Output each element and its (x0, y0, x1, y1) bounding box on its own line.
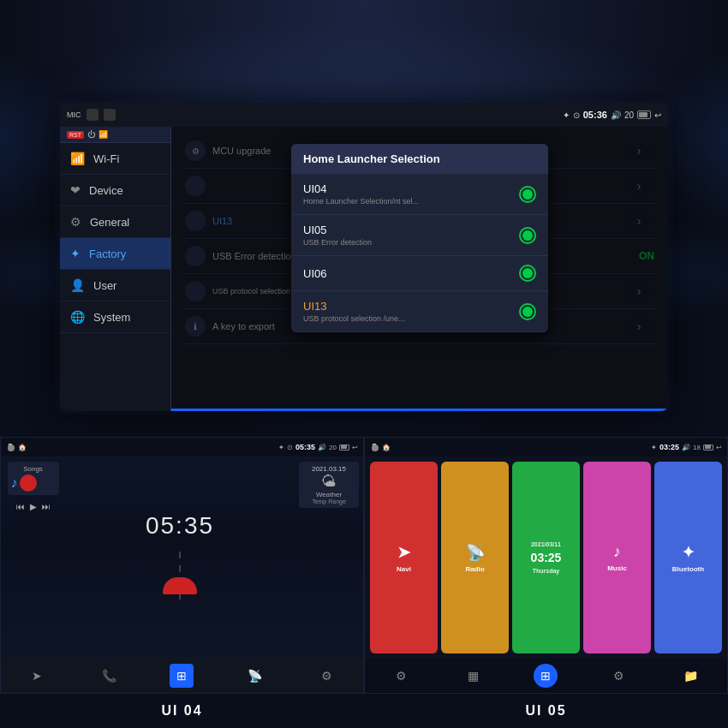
nav-grid-icon[interactable]: ⊞ (170, 664, 194, 688)
clock-tile[interactable]: 2021/03/11 03:25 Thursday (512, 462, 580, 653)
car-body (163, 577, 197, 594)
ui04-center-panel: 05:35 (65, 456, 295, 659)
sidebar-wifi-label: Wi-Fi (93, 152, 119, 165)
next-icon[interactable]: ⏭ (42, 502, 51, 511)
ui04-toggle-inner (522, 189, 533, 200)
ui05-status-bar: 🔋 🏠 ✦ 03:25 🔊 18 ↩ (365, 438, 727, 456)
weather-box: 2021.03.15 🌤 Weather Temp Range (299, 462, 359, 508)
ui05-nav-folder-icon[interactable]: 📁 (679, 664, 703, 688)
ui04-battery-val: 20 (329, 444, 337, 451)
sidebar-device-label: Device (89, 184, 123, 197)
ui04-left-panel: Songs ♪ ⏮ ▶ ⏭ (1, 456, 65, 659)
ui05-screen: 🔋 🏠 ✦ 03:25 🔊 18 ↩ ➤ Navi (364, 437, 728, 694)
ui05-vol-icon: 🔊 (682, 444, 690, 451)
ui05-nav-settings-icon[interactable]: ⚙ (606, 664, 630, 688)
radio-tile[interactable]: 📡 Radio (441, 462, 509, 653)
sidebar-item-device[interactable]: ❤ Device (60, 175, 170, 206)
play-icon[interactable]: ▶ (30, 502, 37, 511)
bt-tile-label: Bluetooth (672, 565, 704, 573)
ui13-toggle[interactable] (519, 303, 536, 320)
modal-item-ui05-content: UI05 USB Error detection (303, 224, 372, 247)
ui04-screen: 🔋 🏠 ✦ ⊙ 05:35 🔊 20 ↩ (0, 437, 364, 694)
modal-overlay[interactable]: Home Launcher Selection UI04 Home Launch… (171, 127, 668, 411)
rst-badge: RST (67, 131, 84, 139)
modal-ui05-sub: USB Error detection (303, 238, 372, 247)
prev-icon[interactable]: ⏮ (16, 502, 25, 511)
modal-item-ui04-content: UI04 Home Launcher Selection/nt sel... (303, 182, 419, 206)
sidebar-item-wifi[interactable]: 📶 Wi-Fi (60, 143, 170, 175)
ui04-content: Songs ♪ ⏮ ▶ ⏭ 05:35 (1, 456, 363, 659)
user-icon: 👤 (70, 278, 85, 292)
sidebar-item-general[interactable]: ⚙ General (60, 206, 170, 238)
ui05-bat-bar (703, 445, 713, 451)
mic-label: MIC (67, 110, 81, 119)
ui04-time: 05:35 (295, 443, 315, 451)
ui05-nav-gear-icon[interactable]: ⚙ (389, 664, 413, 688)
main-screen: MIC ✦ ⊙ 05:36 🔊 20 ↩ RST ⏻ 📶 📶 (60, 103, 668, 411)
ui06-toggle[interactable] (519, 265, 536, 282)
ui04-label: UI 04 (0, 694, 364, 728)
modal-item-ui05[interactable]: UI05 USB Error detection (291, 215, 548, 256)
sidebar-item-system[interactable]: 🌐 System (60, 301, 170, 333)
nav-gear-icon[interactable]: ⚙ (315, 664, 339, 688)
modal-ui05-label: UI05 (303, 224, 372, 236)
system-icon: 🌐 (70, 310, 85, 324)
sidebar-rst: RST ⏻ 📶 (60, 127, 170, 143)
main-panel: ⚙ MCU upgrade › › (171, 127, 668, 411)
ui04-toggle[interactable] (519, 186, 536, 203)
bt-tile[interactable]: ✦ Bluetooth (654, 462, 722, 653)
ui04-bat-bar (339, 445, 349, 451)
status-time: 05:36 (583, 110, 607, 120)
modal-item-ui04[interactable]: UI04 Home Launcher Selection/nt sel... (291, 174, 548, 215)
ui13-toggle-inner (522, 307, 533, 317)
modal-item-ui13-content: UI13 USB protocol selection /une... (303, 300, 405, 323)
ui05-home-icon: 🏠 (382, 444, 391, 451)
ui05-bt-icon: ✦ (651, 444, 657, 451)
sidebar-item-user[interactable]: 👤 User (60, 270, 170, 301)
bottom-screens: 🔋 🏠 ✦ ⊙ 05:35 🔊 20 ↩ (0, 437, 728, 694)
radio-icon: 📡 (466, 543, 485, 562)
blue-accent-line (171, 409, 668, 411)
ui05-back-icon[interactable]: ↩ (716, 444, 722, 451)
car-road (154, 543, 206, 603)
factory-icon: ✦ (70, 247, 81, 260)
wifi-status-icon: ⊙ (573, 110, 580, 120)
ui-labels: UI 04 UI 05 (0, 694, 728, 728)
bt-tile-icon: ✦ (682, 543, 695, 562)
modal-item-ui06-content: UI06 (303, 267, 326, 280)
sidebar-item-factory[interactable]: ✦ Factory (60, 238, 170, 270)
device-icon: ❤ (70, 183, 81, 197)
music-tile[interactable]: ♪ Music (583, 462, 651, 653)
modal-title: Home Launcher Selection (291, 144, 548, 174)
ui04-back-icon[interactable]: ↩ (352, 444, 358, 451)
ui05-time: 03:25 (659, 443, 679, 451)
navi-tile[interactable]: ➤ Navi (370, 462, 438, 653)
music-disc: ♪ (11, 474, 56, 492)
ui05-nav-bar-icon[interactable]: ▦ (462, 664, 486, 688)
clock-time: 03:25 (531, 551, 562, 564)
ui04-navbar: ➤ 📞 ⊞ 📡 ⚙ (1, 659, 363, 693)
ui05-label: UI 05 (364, 694, 728, 728)
clock-day: Thursday (533, 568, 560, 574)
weather-label: Weather (304, 491, 354, 498)
nav-signal-icon[interactable]: 📡 (242, 664, 266, 688)
ui05-toggle-inner (522, 230, 533, 241)
weather-icon: 🌤 (304, 473, 354, 491)
ui05-toggle[interactable] (519, 227, 536, 244)
home-launcher-modal: Home Launcher Selection UI04 Home Launch… (291, 144, 548, 332)
modal-item-ui13[interactable]: UI13 USB protocol selection /une... (291, 291, 548, 332)
ui04-right-panel: 2021.03.15 🌤 Weather Temp Range (295, 456, 363, 659)
ui04-status-bar: 🔋 🏠 ✦ ⊙ 05:35 🔊 20 ↩ (1, 438, 363, 456)
modal-ui04-sub: Home Launcher Selection/nt sel... (303, 197, 419, 206)
power-icon: ⏻ (87, 130, 95, 139)
screen-content: RST ⏻ 📶 📶 Wi-Fi ❤ Device ⚙ General ✦ Fac… (60, 127, 668, 411)
nav-phone-icon[interactable]: 📞 (98, 664, 122, 688)
ui04-status-right: ✦ ⊙ 05:35 🔊 20 ↩ (278, 443, 358, 451)
back-icon[interactable]: ↩ (654, 110, 661, 120)
nav-arrow-icon[interactable]: ➤ (25, 664, 49, 688)
sidebar-general-label: General (90, 216, 129, 229)
ui05-nav-grid-icon[interactable]: ⊞ (534, 664, 558, 688)
modal-ui13-sub: USB protocol selection /une... (303, 314, 405, 323)
modal-item-ui06[interactable]: UI06 (291, 256, 548, 291)
sidebar-system-label: System (93, 311, 130, 324)
